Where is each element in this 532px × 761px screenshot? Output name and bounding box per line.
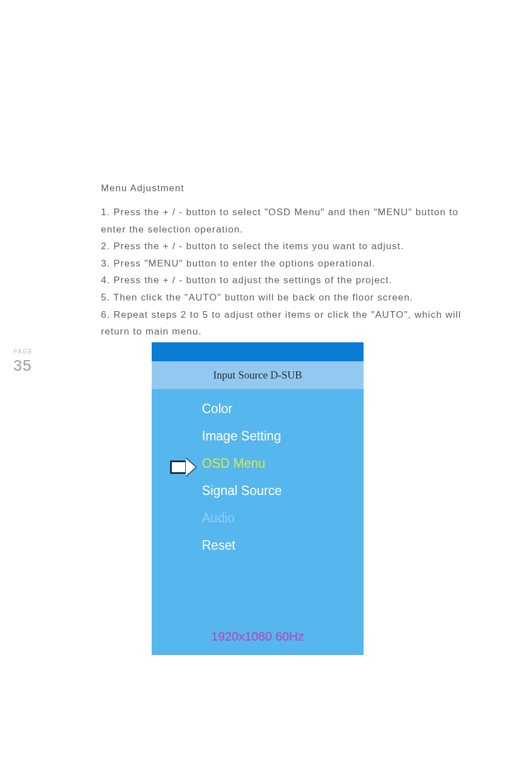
osd-menu-item-osd-menu[interactable]: OSD Menu	[202, 457, 364, 470]
osd-panel: Input Source D-SUB Color Image Setting O…	[152, 342, 364, 655]
instructions-text: 1. Press the + / - button to select "OSD…	[101, 204, 469, 341]
osd-menu-item-audio[interactable]: Audio	[202, 512, 364, 525]
osd-menu-item-color[interactable]: Color	[202, 403, 364, 415]
instruction-line: 6. Repeat steps 2 to 5 to adjust other i…	[101, 309, 461, 337]
instruction-line: 3. Press "MENU" button to enter the opti…	[101, 258, 375, 269]
osd-menu-area: Color Image Setting OSD Menu Signal Sour…	[152, 389, 364, 655]
instruction-line: 5. Then click the "AUTO" button will be …	[101, 292, 413, 303]
osd-menu-item-image-setting[interactable]: Image Setting	[202, 430, 364, 443]
selection-pointer-icon	[170, 458, 196, 476]
page-number: 35	[13, 357, 32, 375]
osd-menu-item-signal-source[interactable]: Signal Source	[202, 484, 364, 497]
instruction-line: 1. Press the + / - button to select "OSD…	[101, 207, 458, 235]
instruction-line: 4. Press the + / - button to adjust the …	[101, 275, 392, 285]
section-heading: Menu Adjustment	[101, 183, 469, 194]
page-label: PAGE	[13, 348, 33, 355]
osd-menu-list: Color Image Setting OSD Menu Signal Sour…	[152, 403, 364, 552]
osd-menu-item-reset[interactable]: Reset	[202, 539, 364, 552]
instruction-line: 2. Press the + / - button to select the …	[101, 241, 404, 251]
osd-resolution: 1920x1080 60Hz	[152, 629, 364, 644]
osd-title: Input Source D-SUB	[152, 361, 364, 389]
osd-topbar	[152, 342, 364, 361]
content-block: Menu Adjustment 1. Press the + / - butto…	[101, 183, 469, 341]
